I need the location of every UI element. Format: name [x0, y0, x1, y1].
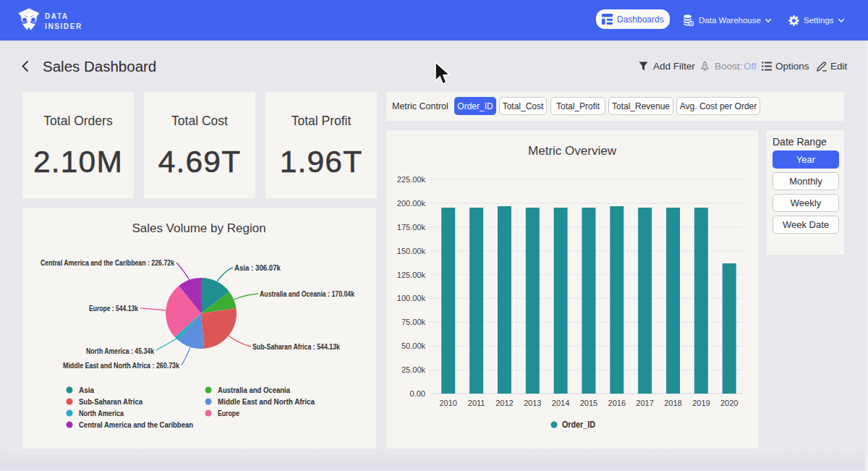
svg-text:225.00k: 225.00k — [397, 175, 426, 184]
svg-text:Asia : 306.07k: Asia : 306.07k — [234, 263, 281, 272]
svg-text:75.00k: 75.00k — [401, 318, 426, 326]
svg-text:2015: 2015 — [580, 399, 597, 407]
svg-text:Middle East and North Africa: Middle East and North Africa — [218, 397, 315, 406]
svg-text:2017: 2017 — [636, 399, 653, 407]
svg-text:0.00: 0.00 — [410, 389, 425, 398]
svg-text:North America: North America — [79, 409, 124, 417]
svg-text:2011: 2011 — [468, 399, 485, 407]
svg-text:Europe: Europe — [218, 409, 239, 417]
svg-text:50.00k: 50.00k — [401, 341, 426, 350]
svg-text:Sub-Saharan Africa : 544.13k: Sub-Saharan Africa : 544.13k — [252, 342, 340, 351]
svg-text:Australia and Oceania : 170.04: Australia and Oceania : 170.04k — [260, 289, 354, 298]
svg-text:Europe : 544.13k: Europe : 544.13k — [89, 304, 138, 313]
svg-text:Asia: Asia — [79, 386, 95, 394]
svg-text:2014: 2014 — [552, 399, 569, 407]
svg-text:125.00k: 125.00k — [397, 271, 426, 279]
svg-text:Central America and the Caribb: Central America and the Caribbean — [79, 420, 193, 429]
svg-text:Middle East and North Africa :: Middle East and North Africa : 260.73k — [63, 361, 179, 370]
svg-text:Sales Volume by Region: Sales Volume by Region — [132, 221, 265, 235]
svg-text:2019: 2019 — [692, 399, 710, 407]
svg-text:2020: 2020 — [720, 399, 738, 407]
svg-text:2018: 2018 — [664, 399, 681, 407]
svg-text:2013: 2013 — [524, 399, 541, 407]
svg-text:Metric Overview: Metric Overview — [528, 144, 617, 158]
svg-text:Sub-Saharan Africa: Sub-Saharan Africa — [79, 397, 143, 406]
svg-text:100.00k: 100.00k — [397, 294, 426, 302]
svg-text:150.00k: 150.00k — [397, 247, 426, 255]
svg-text:2010: 2010 — [439, 399, 456, 407]
svg-text:175.00k: 175.00k — [397, 223, 426, 232]
svg-text:Central America and the Caribb: Central America and the Caribbean : 226.… — [41, 258, 174, 267]
svg-text:200.00k: 200.00k — [397, 199, 426, 208]
svg-text:Order_ID: Order_ID — [562, 420, 595, 430]
svg-text:North America : 45.34k: North America : 45.34k — [86, 347, 154, 355]
svg-text:25.00k: 25.00k — [401, 365, 426, 374]
svg-text:2012: 2012 — [495, 399, 513, 407]
svg-text:2016: 2016 — [608, 399, 626, 407]
svg-text:Australia and Oceania: Australia and Oceania — [218, 386, 291, 394]
